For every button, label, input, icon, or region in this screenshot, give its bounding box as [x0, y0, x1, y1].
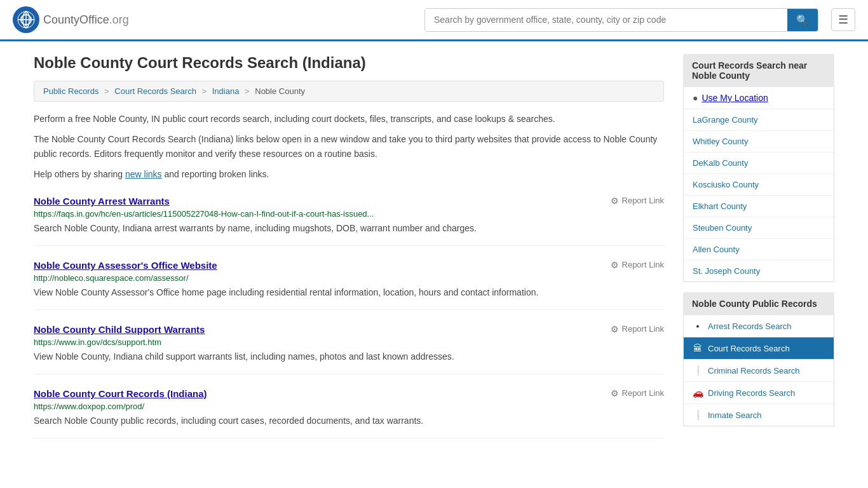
sidebar-court-records[interactable]: 🏛 Court Records Search	[684, 337, 834, 360]
court-icon: 🏛	[693, 343, 703, 353]
logo-link[interactable]: CountyOffice.org	[13, 6, 129, 33]
menu-button[interactable]: ☰	[831, 8, 855, 31]
breadcrumb: Public Records > Court Records Search > …	[34, 81, 664, 102]
result-description: View Noble County Assessor's Office home…	[34, 286, 664, 299]
breadcrumb-public-records[interactable]: Public Records	[43, 86, 98, 96]
use-my-location[interactable]: ● Use My Location	[684, 87, 834, 109]
logo-icon	[13, 6, 39, 33]
sidebar-arrest-records[interactable]: ▪ Arrest Records Search	[684, 315, 834, 337]
public-records-list: ▪ Arrest Records Search 🏛 Court Records …	[683, 315, 834, 426]
report-link-button[interactable]: ⚙ Report Link	[611, 260, 664, 270]
page-title: Noble County Court Records Search (India…	[34, 54, 664, 72]
description-2: The Noble County Court Records Search (I…	[34, 132, 664, 161]
sidebar: Court Records Search near Noble County ●…	[683, 54, 834, 438]
result-title[interactable]: Noble County Child Support Warrants	[34, 324, 205, 335]
sidebar-criminal-records[interactable]: ❕ Criminal Records Search	[684, 360, 834, 382]
result-header: Noble County Assessor's Office Website ⚙…	[34, 260, 664, 271]
result-item: Noble County Assessor's Office Website ⚙…	[34, 260, 664, 310]
sidebar-item-dekalb[interactable]: DeKalb County	[684, 152, 834, 174]
inmate-icon: ❕	[693, 410, 703, 420]
location-icon: ●	[693, 93, 698, 103]
main-container: Noble County Court Records Search (India…	[21, 41, 847, 451]
report-icon: ⚙	[611, 260, 619, 270]
report-icon: ⚙	[611, 196, 619, 206]
report-link-button[interactable]: ⚙ Report Link	[611, 196, 664, 206]
criminal-icon: ❕	[693, 365, 703, 376]
sidebar-inmate-search[interactable]: ❕ Inmate Search	[684, 404, 834, 426]
nearby-county-list: ● Use My Location LaGrange County Whitle…	[683, 87, 834, 282]
content-area: Noble County Court Records Search (India…	[34, 54, 664, 438]
report-icon: ⚙	[611, 324, 619, 334]
result-header: Noble County Child Support Warrants ⚙ Re…	[34, 324, 664, 335]
result-title[interactable]: Noble County Court Records (Indiana)	[34, 388, 207, 399]
breadcrumb-indiana[interactable]: Indiana	[212, 86, 240, 96]
sidebar-item-stjoseph[interactable]: St. Joseph County	[684, 261, 834, 281]
result-header: Noble County Court Records (Indiana) ⚙ R…	[34, 388, 664, 399]
sidebar-item-kosciusko[interactable]: Kosciusko County	[684, 174, 834, 196]
report-link-button[interactable]: ⚙ Report Link	[611, 324, 664, 334]
search-bar: 🔍	[424, 8, 818, 32]
result-title[interactable]: Noble County Arrest Warrants	[34, 196, 170, 207]
result-header: Noble County Arrest Warrants ⚙ Report Li…	[34, 196, 664, 207]
sidebar-item-allen[interactable]: Allen County	[684, 239, 834, 261]
result-description: View Noble County, Indiana child support…	[34, 350, 664, 363]
search-input[interactable]	[425, 9, 787, 31]
result-description: Search Noble County, Indiana arrest warr…	[34, 222, 664, 235]
breadcrumb-noble-county: Noble County	[255, 86, 305, 96]
result-url: http://nobleco.squarespace.com/assessor/	[34, 273, 664, 283]
result-item: Noble County Court Records (Indiana) ⚙ R…	[34, 388, 664, 438]
breadcrumb-court-records[interactable]: Court Records Search	[114, 86, 196, 96]
sidebar-item-steuben[interactable]: Steuben County	[684, 217, 834, 239]
site-header: CountyOffice.org 🔍 ☰	[0, 0, 868, 41]
driving-icon: 🚗	[693, 388, 703, 398]
result-url: https://faqs.in.gov/hc/en-us/articles/11…	[34, 209, 664, 219]
sidebar-item-lagrange[interactable]: LaGrange County	[684, 109, 834, 131]
result-item: Noble County Arrest Warrants ⚙ Report Li…	[34, 196, 664, 246]
result-url: https://www.in.gov/dcs/support.htm	[34, 337, 664, 347]
arrest-icon: ▪	[693, 321, 703, 331]
description-1: Perform a free Noble County, IN public c…	[34, 112, 664, 126]
sidebar-driving-records[interactable]: 🚗 Driving Records Search	[684, 382, 834, 404]
public-records-section-title: Noble County Public Records	[683, 292, 834, 315]
search-button[interactable]: 🔍	[787, 9, 818, 31]
sidebar-item-whitley[interactable]: Whitley County	[684, 131, 834, 152]
report-link-button[interactable]: ⚙ Report Link	[611, 388, 664, 398]
sidebar-item-elkhart[interactable]: Elkhart County	[684, 196, 834, 217]
report-icon: ⚙	[611, 388, 619, 398]
result-title[interactable]: Noble County Assessor's Office Website	[34, 260, 217, 271]
use-location-link[interactable]: Use My Location	[702, 93, 768, 103]
logo-text: CountyOffice.org	[43, 13, 129, 27]
result-item: Noble County Child Support Warrants ⚙ Re…	[34, 324, 664, 374]
new-links-link[interactable]: new links	[125, 169, 162, 179]
result-url: https://www.doxpop.com/prod/	[34, 402, 664, 411]
description-3: Help others by sharing new links and rep…	[34, 167, 664, 181]
nearby-section-title: Court Records Search near Noble County	[683, 54, 834, 87]
result-description: Search Noble County public records, incl…	[34, 414, 664, 428]
